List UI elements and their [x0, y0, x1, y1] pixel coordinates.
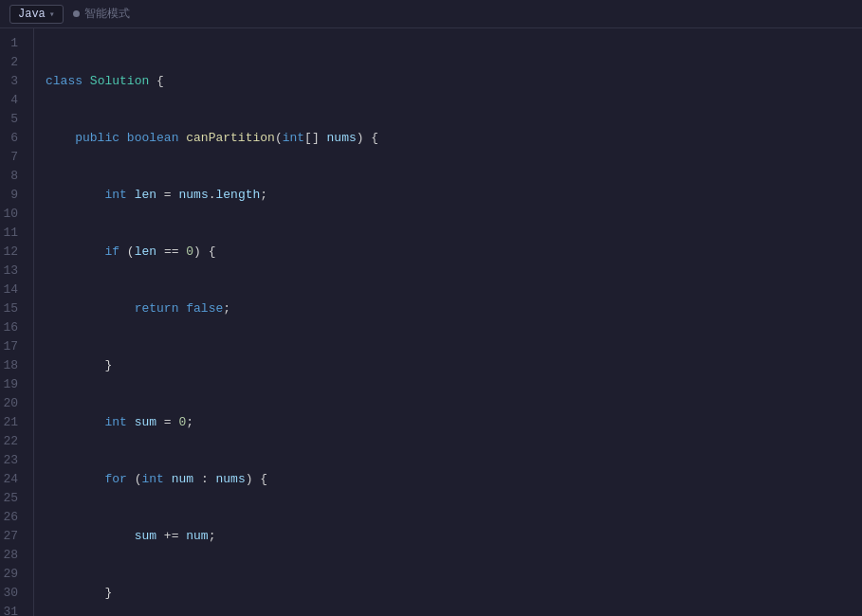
code-line: public boolean canPartition(int[] nums) …: [46, 129, 862, 148]
code-area[interactable]: class Solution { public boolean canParti…: [34, 28, 862, 616]
code-line: class Solution {: [46, 72, 862, 91]
ai-mode-dot: [73, 10, 80, 17]
line-numbers: 1 2 3 4 5 6 7 8 9 10 11 12 13 14 15 16 1…: [0, 28, 34, 616]
chevron-down-icon: ▾: [49, 9, 55, 20]
code-line: return false;: [46, 299, 862, 318]
code-line: if (len == 0) {: [46, 243, 862, 262]
language-selector[interactable]: Java ▾: [9, 5, 64, 24]
code-line: }: [46, 584, 862, 603]
code-line: int sum = 0;: [46, 413, 862, 432]
language-label: Java: [18, 8, 46, 21]
code-line: }: [46, 356, 862, 375]
code-line: int len = nums.length;: [46, 186, 862, 205]
code-line: for (int num : nums) {: [46, 470, 862, 489]
code-line: sum += num;: [46, 527, 862, 546]
top-bar: Java ▾ 智能模式: [0, 0, 862, 28]
editor-container: 1 2 3 4 5 6 7 8 9 10 11 12 13 14 15 16 1…: [0, 28, 862, 616]
ai-mode-indicator: 智能模式: [73, 6, 130, 22]
ai-mode-label: 智能模式: [84, 6, 130, 22]
